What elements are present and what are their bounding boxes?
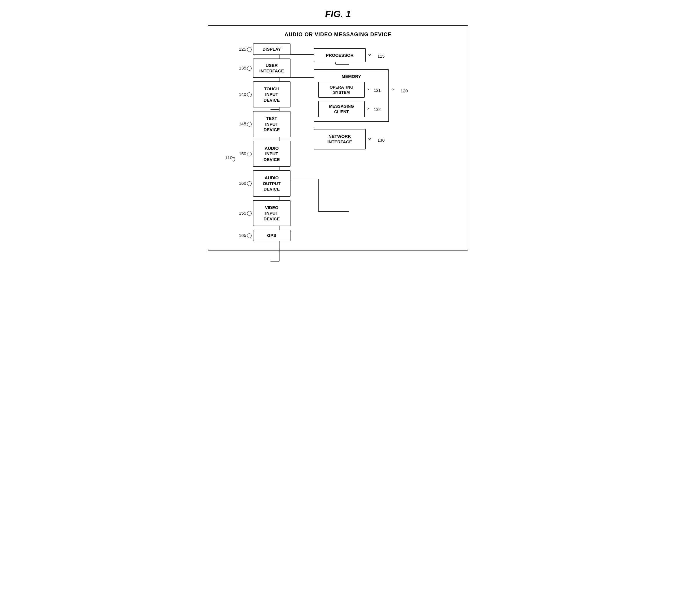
user-interface-row: 135 USERINTERFACE: [237, 58, 290, 78]
os-row: OPERATINGSYSTEM 121: [318, 82, 384, 98]
os-ref-curl: [367, 87, 374, 92]
audio-input-ref: 150: [237, 151, 252, 156]
audio-input-row: 150 AUDIOINPUTDEVICE: [237, 141, 290, 167]
display-box: DISPLAY: [253, 44, 290, 55]
os-box: OPERATINGSYSTEM: [318, 82, 364, 98]
left-column: 125 DISPLAY 135 USERINTERFACE 140 TOUCHI…: [237, 44, 290, 241]
user-interface-ref: 135: [237, 65, 252, 71]
memory-ref: 120: [392, 87, 408, 93]
gps-row: 165 GPS: [237, 230, 290, 241]
text-input-box: TEXTINPUTDEVICE: [253, 111, 290, 137]
memory-outer-box: MEMORY OPERATINGSYSTEM 121: [314, 69, 389, 122]
memory-ref-curl: [392, 87, 401, 93]
memory-section: MEMORY OPERATINGSYSTEM 121: [314, 69, 408, 122]
diagram-wrapper: 110 125 DISPLAY 135 USERINTERFACE: [217, 44, 459, 241]
network-row: NETWORKINTERFACE 130: [314, 129, 408, 150]
video-input-box: VIDEOINPUTDEVICE: [253, 200, 290, 226]
video-input-row: 155 VIDEOINPUTDEVICE: [237, 200, 290, 226]
touch-input-ref: 140: [237, 92, 252, 97]
user-interface-box: USERINTERFACE: [253, 58, 290, 78]
text-input-row: 145 TEXTINPUTDEVICE: [237, 111, 290, 137]
gps-box: GPS: [253, 230, 290, 241]
memory-items: OPERATINGSYSTEM 121 MESSAGING: [318, 82, 384, 117]
network-ref-curl: [369, 136, 377, 142]
right-column: PROCESSOR 115 MEMORY: [314, 44, 408, 241]
audio-output-box: AUDIOOUTPUTDEVICE: [253, 170, 290, 197]
client-box: MESSAGINGCLIENT: [318, 101, 364, 117]
main-layout: 125 DISPLAY 135 USERINTERFACE 140 TOUCHI…: [217, 44, 459, 241]
display-ref: 125: [237, 47, 252, 52]
bus-spacer: [290, 44, 314, 241]
text-input-ref: 145: [237, 121, 252, 126]
touch-input-box: TOUCHINPUTDEVICE: [253, 81, 290, 108]
network-ref: 130: [369, 136, 385, 143]
processor-ref: 115: [369, 52, 385, 58]
outer-device-box: AUDIO OR VIDEO MESSAGING DEVICE: [208, 25, 468, 250]
client-ref-curl: [367, 106, 374, 111]
device-label: AUDIO OR VIDEO MESSAGING DEVICE: [217, 32, 459, 38]
client-ref: 122: [367, 106, 381, 112]
client-row: MESSAGINGCLIENT 122: [318, 101, 384, 117]
touch-input-row: 140 TOUCHINPUTDEVICE: [237, 81, 290, 108]
os-ref: 121: [367, 87, 381, 93]
processor-box: PROCESSOR: [314, 48, 366, 62]
processor-ref-curl: [369, 52, 377, 58]
page: FIG. 1 AUDIO OR VIDEO MESSAGING DEVICE: [208, 9, 468, 250]
figure-title: FIG. 1: [208, 9, 468, 19]
display-row: 125 DISPLAY: [237, 44, 290, 55]
memory-label: MEMORY: [318, 74, 384, 79]
gps-ref: 165: [237, 233, 252, 238]
audio-output-row: 160 AUDIOOUTPUTDEVICE: [237, 170, 290, 197]
processor-row: PROCESSOR 115: [314, 48, 408, 62]
network-box: NETWORKINTERFACE: [314, 129, 366, 150]
audio-input-box: AUDIOINPUTDEVICE: [253, 141, 290, 167]
video-input-ref: 155: [237, 211, 252, 216]
audio-output-ref: 160: [237, 181, 252, 186]
